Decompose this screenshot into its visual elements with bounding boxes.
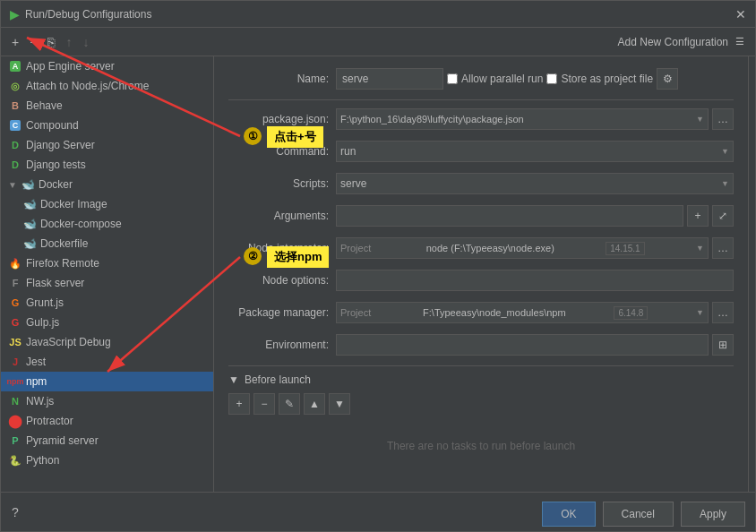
command-value: run — [340, 145, 356, 158]
tree-item-protractor[interactable]: ⬤Protractor — [1, 411, 213, 431]
before-launch-down[interactable]: ▼ — [329, 393, 350, 415]
arguments-input[interactable] — [336, 205, 683, 227]
tree-icon-django-server: D — [8, 138, 22, 152]
node-interpreter-field: Project node (F:\Typeeasy\node.exe) 14.1… — [336, 237, 734, 259]
tree-item-pyramid[interactable]: PPyramid server — [1, 431, 213, 450]
arguments-label: Arguments: — [228, 210, 336, 222]
before-launch-add[interactable]: + — [228, 393, 250, 415]
tree-item-docker[interactable]: ▼🐋Docker — [1, 175, 213, 194]
environment-expand[interactable]: ⊞ — [712, 334, 734, 356]
tree-label-npm: npm — [26, 375, 47, 388]
remove-config-button[interactable]: − — [26, 33, 40, 51]
command-dropdown[interactable]: run ▼ — [336, 141, 734, 162]
node-env-label: Node options: — [228, 274, 336, 287]
tree-item-grunt[interactable]: GGrunt.js — [1, 293, 213, 313]
tree-label-js-debug: JavaScript Debug — [26, 336, 111, 348]
scripts-value: serve — [340, 177, 366, 190]
tree-item-python[interactable]: 🐍Python — [1, 450, 213, 470]
tree-item-attach-node[interactable]: ◎Attach to Node.js/Chrome — [1, 76, 213, 96]
tree-item-npm[interactable]: npmnpm — [1, 372, 213, 391]
package-json-dropdown[interactable]: F:\python_16\day89\luffycity\package.jso… — [336, 108, 709, 130]
tree-icon-npm: npm — [8, 374, 22, 389]
tree-item-behave[interactable]: BBehave — [1, 96, 213, 116]
tree-icon-docker-compose: 🐋 — [22, 217, 37, 231]
add-config-button[interactable]: + — [8, 33, 22, 51]
package-manager-version: 6.14.8 — [614, 306, 648, 320]
move-up-button[interactable]: ↑ — [62, 33, 75, 51]
package-manager-dropdown[interactable]: Project F:\Typeeasy\node_modules\npm 6.1… — [336, 302, 709, 323]
tree-item-compound[interactable]: CCompound — [1, 116, 213, 135]
tree-label-django-tests: Django tests — [26, 159, 86, 171]
package-json-browse[interactable]: … — [712, 108, 734, 130]
tree-item-docker-compose[interactable]: 🐋Docker-compose — [1, 214, 213, 234]
app-icon: ▶ — [10, 7, 20, 21]
close-button[interactable]: ✕ — [735, 8, 746, 21]
tree-label-flask: Flask server — [26, 277, 84, 289]
allow-parallel-label: Allow parallel run — [447, 73, 543, 85]
tree-label-django-server: Django Server — [26, 139, 95, 151]
tree-icon-docker-image: 🐋 — [22, 197, 37, 211]
tree-icon-nwjs: N — [8, 394, 22, 408]
scripts-dropdown[interactable]: serve ▼ — [336, 173, 734, 194]
allow-parallel-checkbox[interactable] — [447, 73, 458, 84]
pin-button[interactable]: ☰ — [732, 34, 748, 49]
before-launch-edit[interactable]: ✎ — [279, 393, 300, 415]
dialog-title: Run/Debug Configurations — [25, 8, 151, 21]
arguments-expand[interactable]: ⤢ — [712, 205, 734, 227]
tree-item-gulp[interactable]: GGulp.js — [1, 313, 213, 332]
tree-item-firefox[interactable]: 🔥Firefox Remote — [1, 253, 213, 273]
tree-label-app-engine: App Engine server — [26, 60, 115, 73]
tree-icon-django-tests: D — [8, 158, 22, 172]
node-interpreter-dropdown[interactable]: Project node (F:\Typeeasy\node.exe) 14.1… — [336, 237, 709, 259]
expand-arrow-docker: ▼ — [8, 180, 17, 190]
scripts-row: Scripts: serve ▼ — [228, 172, 734, 195]
tree-icon-jest: J — [8, 355, 22, 369]
package-json-value: F:\python_16\day89\luffycity\package.jso… — [340, 114, 524, 124]
copy-config-button[interactable]: ⎘ — [44, 33, 58, 51]
scripts-field: serve ▼ — [336, 173, 734, 194]
command-arrow: ▼ — [721, 147, 729, 156]
before-launch-up[interactable]: ▲ — [304, 393, 325, 415]
move-down-button[interactable]: ↓ — [79, 33, 92, 51]
tree-icon-compound: C — [8, 118, 22, 133]
tree-icon-python: 🐍 — [8, 453, 22, 468]
node-version: 14.15.1 — [606, 242, 644, 255]
name-input[interactable] — [336, 68, 443, 90]
environment-input[interactable] — [336, 334, 709, 356]
apply-button[interactable]: Apply — [681, 502, 745, 527]
node-prefix: Project — [340, 243, 371, 253]
arguments-add[interactable]: + — [687, 205, 709, 227]
title-bar: ▶ Run/Debug Configurations ✕ — [1, 1, 755, 28]
name-label: Name: — [228, 73, 336, 85]
tree-item-jest[interactable]: JJest — [1, 352, 213, 372]
cancel-button[interactable]: Cancel — [603, 502, 674, 527]
before-launch-label: Before launch — [245, 373, 311, 386]
right-scrollbar[interactable] — [748, 56, 755, 492]
package-manager-browse[interactable]: … — [712, 302, 734, 323]
before-launch-remove[interactable]: − — [253, 393, 275, 415]
tree-item-django-server[interactable]: DDjango Server — [1, 135, 213, 155]
tree-item-dockerfile[interactable]: 🐋Dockerfile — [1, 234, 213, 253]
arguments-field: + ⤢ — [336, 205, 734, 227]
node-interpreter-browse[interactable]: … — [712, 237, 734, 259]
package-manager-arrow: ▼ — [696, 308, 704, 317]
tree-label-grunt: Grunt.js — [26, 296, 64, 309]
tree-label-behave: Behave — [26, 99, 63, 112]
tree-item-flask[interactable]: FFlask server — [1, 273, 213, 293]
tree-item-docker-image[interactable]: 🐋Docker Image — [1, 194, 213, 214]
store-gear-button[interactable]: ⚙ — [657, 68, 678, 90]
tree-item-js-debug[interactable]: JSJavaScript Debug — [1, 332, 213, 352]
tree-item-app-engine[interactable]: AApp Engine server — [1, 56, 213, 76]
config-form: Name: Allow parallel run Store as projec… — [214, 56, 748, 492]
ok-button[interactable]: OK — [542, 502, 595, 527]
store-as-project-checkbox[interactable] — [546, 73, 557, 84]
before-launch-header: ▼ Before launch — [228, 373, 734, 386]
node-interpreter-label: Node interpreter: — [228, 242, 336, 254]
before-launch-empty: There are no tasks to run before launch — [228, 422, 734, 470]
package-manager-label: Package manager: — [228, 306, 336, 319]
dialog-footer: ? OK Cancel Apply — [1, 492, 755, 531]
node-options-input[interactable] — [336, 270, 734, 291]
tree-item-django-tests[interactable]: DDjango tests — [1, 155, 213, 175]
tree-item-nwjs[interactable]: NNW.js — [1, 391, 213, 411]
tree-label-docker-compose: Docker-compose — [40, 218, 122, 230]
